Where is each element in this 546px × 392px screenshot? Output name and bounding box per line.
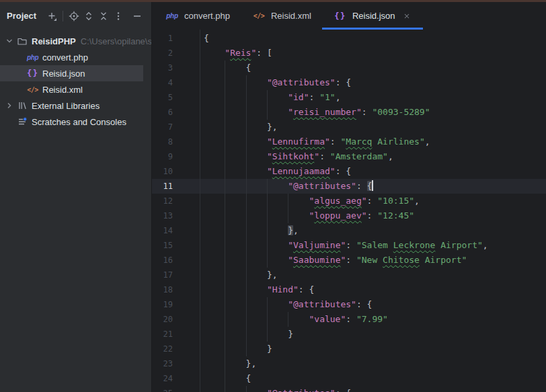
- code-token: ,: [483, 240, 488, 250]
- tab-convert-php[interactable]: phpconvert.php: [154, 2, 241, 30]
- tool-window-title: Project: [7, 11, 36, 21]
- editor-pane: phpconvert.php</>Reisid.xml{}Reisid.json…: [152, 2, 546, 392]
- more-button[interactable]: [111, 9, 126, 24]
- code-line[interactable]: "@attributes": {: [200, 297, 546, 312]
- code-line[interactable]: "@attributes": {: [200, 75, 546, 90]
- indent-guide: [288, 208, 309, 223]
- code-token: : {: [336, 77, 351, 87]
- line-number: 12: [152, 194, 200, 208]
- indent-guide: [267, 179, 288, 194]
- code-line[interactable]: },: [200, 223, 546, 238]
- indent-guide: [246, 268, 267, 282]
- code-token: ": [362, 210, 367, 221]
- hide-icon: [132, 11, 143, 22]
- project-tool-window-header: Project: [0, 2, 151, 30]
- code-token: "1": [319, 92, 335, 102]
- locate-button[interactable]: [67, 9, 81, 24]
- code-line[interactable]: },: [200, 120, 546, 134]
- code-line[interactable]: "Lennufirma": "Marcq Airlines",: [200, 134, 546, 149]
- code-line[interactable]: "Hind": {: [200, 282, 546, 297]
- code-line[interactable]: },: [200, 356, 546, 371]
- code-token: Reis: [230, 48, 251, 58]
- tree-item-icon: </>: [27, 84, 38, 95]
- code-line[interactable]: {: [200, 61, 546, 75]
- tree-chevron-slot[interactable]: [3, 36, 16, 46]
- indent-guide: [246, 238, 267, 253]
- tab-reisid-xml[interactable]: </>Reisid.xml: [241, 2, 322, 30]
- code-area[interactable]: {"Reis": [{"@attributes": {"id": "1","re…: [200, 30, 546, 392]
- code-token: :: [356, 181, 367, 191]
- line-number: 2: [152, 46, 200, 61]
- line-number: 19: [152, 297, 200, 312]
- code-line[interactable]: "@attributes": {: [200, 386, 546, 392]
- code-line[interactable]: "Saabumine": "New Chitose Airport": [200, 253, 546, 268]
- tab-close-button[interactable]: [401, 11, 412, 22]
- indent-guide: [225, 253, 245, 268]
- code-line[interactable]: "algus_aeg": "10:15",: [200, 194, 546, 208]
- code-token: loppu_aev: [314, 210, 361, 221]
- tree-chevron-slot[interactable]: [3, 100, 16, 111]
- code-line[interactable]: "Sihtkoht": "Amsterdam",: [200, 149, 546, 164]
- tree-item-label: External Libraries: [32, 101, 100, 111]
- editor[interactable]: 1234567891011121314151617181920212223242…: [152, 30, 546, 392]
- text-caret: [372, 180, 373, 191]
- code-line[interactable]: "Valjumine": "Salem Leckrone Airport",: [200, 238, 546, 253]
- tree-item-convert-php[interactable]: phpconvert.php: [0, 49, 151, 65]
- collapse-all-button[interactable]: [96, 9, 111, 24]
- tree-item-label: Scratches and Consoles: [32, 117, 126, 127]
- indent-guide: [225, 297, 245, 312]
- indent-guide: [204, 134, 225, 149]
- indent-guide: [267, 194, 288, 208]
- indent-guide: [204, 312, 225, 327]
- indent-guide: [246, 327, 267, 342]
- code-line[interactable]: "@attributes": {: [200, 179, 546, 194]
- code-token: ": [330, 166, 336, 176]
- code-token: "0093-5289": [372, 107, 430, 117]
- line-number: 15: [152, 238, 200, 253]
- code-line[interactable]: },: [200, 268, 546, 282]
- tree-item-label: ReisidPHP: [32, 36, 76, 46]
- tree-item-scratches-and-consoles[interactable]: Scratches and Consoles: [0, 114, 151, 130]
- chevron-right-icon: [4, 100, 15, 111]
- indent-guide: [246, 179, 267, 194]
- code-token: ": [288, 107, 293, 117]
- code-token: Sihtkoht: [272, 151, 315, 161]
- indent-guide: [225, 61, 245, 75]
- tree-item-reisid-xml[interactable]: </>Reisid.xml: [0, 81, 151, 97]
- chevron-down-icon: [4, 36, 15, 46]
- code-line[interactable]: {: [200, 31, 546, 46]
- code-line[interactable]: "id": "1",: [200, 90, 546, 105]
- code-line[interactable]: }: [200, 342, 546, 356]
- indent-guide: [246, 386, 267, 392]
- code-token: },: [267, 270, 278, 280]
- code-line[interactable]: "loppu_aev": "12:45": [200, 208, 546, 223]
- line-number: 18: [152, 282, 200, 297]
- tree-item-external-libraries[interactable]: External Libraries: [0, 97, 151, 114]
- tree-item-label: Reisid.xml: [42, 85, 83, 95]
- code-line[interactable]: }: [200, 327, 546, 342]
- indent-guide: [225, 386, 245, 392]
- code-token: reisi_number: [293, 107, 356, 117]
- expand-all-button[interactable]: [81, 9, 96, 24]
- code-token: ": [288, 240, 293, 250]
- code-token: :: [346, 255, 356, 265]
- code-token: :: [346, 314, 356, 324]
- code-line[interactable]: {: [200, 371, 546, 386]
- code-line[interactable]: "Reis": [: [200, 46, 546, 61]
- code-token: : {: [336, 388, 351, 392]
- add-button[interactable]: [44, 9, 59, 24]
- code-token: :: [319, 151, 330, 161]
- tree-item-reisid-json[interactable]: {}Reisid.json: [0, 65, 143, 81]
- code-line[interactable]: "Lennujaamad": {: [200, 164, 546, 179]
- code-token: ": [288, 255, 293, 265]
- tab-reisid-json[interactable]: {}Reisid.json: [322, 2, 423, 30]
- expand-all-icon: [83, 11, 94, 22]
- code-line[interactable]: "value": "7.99": [200, 312, 546, 327]
- tree-item-reisidphp[interactable]: ReisidPHPC:\Users\opilane\s: [0, 33, 151, 49]
- code-token: "@attributes": [267, 388, 336, 392]
- hide-button[interactable]: [130, 9, 145, 24]
- indent-guide: [267, 223, 288, 238]
- code-token: "Salem: [356, 240, 393, 250]
- code-line[interactable]: "reisi_number": "0093-5289": [200, 105, 546, 120]
- editor-tab-bar: phpconvert.php</>Reisid.xml{}Reisid.json: [152, 2, 546, 30]
